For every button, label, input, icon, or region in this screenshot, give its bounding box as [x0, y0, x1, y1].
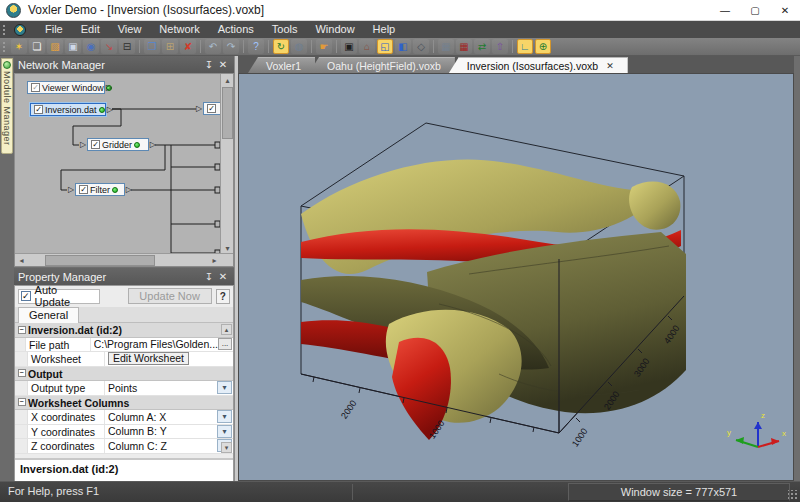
pin-icon[interactable]: ↧ [202, 59, 216, 70]
paste-icon[interactable]: ⊞ [162, 39, 178, 54]
dropdown-arrow-icon[interactable]: ▾ [217, 410, 232, 423]
collapse-toggle[interactable]: − [15, 396, 28, 410]
view-3d-icon[interactable]: ◧ [395, 39, 411, 54]
view-xy-icon[interactable]: ◱ [377, 39, 393, 54]
undo-icon[interactable]: ↶ [205, 39, 221, 54]
new-window-icon[interactable]: ❏ [29, 39, 45, 54]
auto-update-checkbox[interactable]: ✓ Auto Update [18, 289, 100, 304]
output-port-icon[interactable]: ▷ [126, 186, 132, 194]
output-port-icon[interactable]: ▷ [107, 106, 113, 114]
new-network-icon[interactable]: ✶ [11, 39, 27, 54]
network-vscrollbar[interactable]: ▴ ▾ [220, 74, 233, 255]
input-port-icon[interactable]: ▷ [196, 105, 202, 113]
delete-icon[interactable]: ✘ [180, 39, 196, 54]
tab-close-icon[interactable]: ✕ [606, 58, 614, 74]
close-button[interactable]: ✕ [770, 0, 800, 21]
node-checkbox[interactable]: ✓ [91, 140, 100, 149]
axes-icon[interactable]: ∟ [517, 39, 533, 54]
update-now-button[interactable]: Update Now [128, 288, 212, 304]
menu-view[interactable]: View [109, 21, 151, 38]
pin-icon[interactable]: ↧ [202, 271, 216, 282]
property-group-output[interactable]: −Output [15, 367, 233, 382]
grid-scroll-up-icon[interactable]: ▴ [221, 324, 232, 335]
redo-icon[interactable]: ↷ [223, 39, 239, 54]
menu-actions[interactable]: Actions [209, 21, 263, 38]
pan-icon[interactable]: ☛ [316, 39, 332, 54]
zoom-extents-icon[interactable]: ▣ [341, 39, 357, 54]
combine-grids-icon[interactable]: ▦ [438, 39, 454, 54]
menu-help[interactable]: Help [364, 21, 405, 38]
network-hscrollbar[interactable]: ◂ ▸ [15, 253, 234, 266]
dropdown-arrow-icon[interactable]: ▾ [217, 425, 232, 438]
update-network-icon[interactable]: ↻ [273, 39, 289, 54]
whats-this-help-icon[interactable]: ? [248, 39, 264, 54]
dropdown-arrow-icon[interactable]: ▾ [217, 381, 232, 394]
input-port-icon[interactable]: ▷ [68, 186, 74, 194]
property-help-button[interactable]: ? [216, 289, 230, 304]
open-icon[interactable]: ▨ [47, 39, 63, 54]
resize-grip[interactable] [788, 490, 798, 500]
module-library-icon[interactable]: ▦ [456, 39, 472, 54]
export-icon[interactable]: ↘ [101, 39, 117, 54]
menu-edit[interactable]: Edit [72, 21, 109, 38]
add-module-icon[interactable]: ⊕ [535, 39, 551, 54]
property-value[interactable]: Column A: X▾ [105, 410, 233, 424]
toolbar-grip[interactable] [2, 41, 7, 53]
node-checkbox[interactable]: ✓ [207, 104, 216, 113]
node-checkbox[interactable]: ✓ [79, 185, 88, 194]
edit-worksheet-button[interactable]: Edit Worksheet [108, 352, 189, 365]
property-manager-header[interactable]: Property Manager ↧ ✕ [14, 268, 234, 285]
property-value[interactable]: Edit Worksheet [105, 352, 233, 366]
promote-icon[interactable]: ⇧ [492, 39, 508, 54]
tab-inversion-isosurfaces-voxb[interactable]: Inversion (Isosurfaces).voxb✕ [449, 57, 628, 73]
output-port-icon[interactable]: ▷ [150, 141, 156, 149]
tab-general[interactable]: General [18, 307, 79, 323]
close-icon[interactable]: ✕ [216, 59, 230, 70]
wireframe-icon[interactable]: ◇ [413, 39, 429, 54]
scroll-right-icon[interactable]: ▸ [208, 254, 221, 267]
menu-grip[interactable] [2, 24, 7, 36]
property-group-worksheet-columns[interactable]: −Worksheet Columns [15, 396, 233, 411]
print-icon[interactable]: ⊟ [119, 39, 135, 54]
node-gridder[interactable]: ▷ ✓ Gridder ▷ [87, 138, 149, 151]
property-value[interactable]: Column C: Z▾ [105, 439, 233, 453]
property-value[interactable]: C:\Program Files\Golden...... [91, 338, 233, 352]
property-value[interactable]: Column B: Y▾ [105, 425, 233, 439]
property-value[interactable]: Points▾ [105, 381, 233, 395]
scroll-left-icon[interactable]: ◂ [15, 254, 28, 267]
title-bar[interactable]: Voxler Demo - [Inversion (Isosurfaces).v… [0, 0, 800, 21]
pause-updates-icon[interactable]: ◍ [291, 39, 307, 54]
copy-icon[interactable]: ❐ [144, 39, 160, 54]
browse-button[interactable]: ... [218, 338, 232, 350]
output-port-icon[interactable]: ▷ [106, 84, 112, 92]
tab-voxler1[interactable]: Voxler1 [248, 57, 315, 73]
menu-window[interactable]: Window [306, 21, 363, 38]
import-icon[interactable]: ◉ [83, 39, 99, 54]
menu-file[interactable]: File [36, 21, 72, 38]
recalculate-icon[interactable]: ⇄ [474, 39, 490, 54]
node-viewer-window[interactable]: ✓ Viewer Window ▷ [27, 81, 105, 94]
maximize-button[interactable]: ▢ [740, 0, 770, 21]
network-canvas[interactable]: ✓ Viewer Window ▷ ✓ Inversion.dat ▷ ▷ ✓ … [14, 73, 234, 267]
network-manager-header[interactable]: Network Manager ↧ ✕ [14, 56, 234, 73]
viewport-3d[interactable]: 2000 1000 1000 2000 3000 4000 z [238, 73, 794, 481]
scroll-up-icon[interactable]: ▴ [221, 74, 234, 87]
home-view-icon[interactable]: ⌂ [359, 39, 375, 54]
menu-network[interactable]: Network [150, 21, 208, 38]
module-manager-tab[interactable]: Module Manager [1, 58, 13, 154]
node-inversion-dat[interactable]: ✓ Inversion.dat ▷ [30, 103, 106, 116]
hscroll-thumb[interactable] [45, 255, 155, 266]
node-filter[interactable]: ▷ ✓ Filter ▷ [75, 183, 125, 196]
node-checkbox[interactable]: ✓ [34, 105, 43, 114]
node-checkbox[interactable]: ✓ [31, 83, 40, 92]
property-group-inversion-dat-id-2[interactable]: −Inversion.dat (id:2) [15, 323, 233, 338]
grid-scroll-down-icon[interactable]: ▾ [221, 442, 232, 453]
minimize-button[interactable]: — [710, 0, 740, 21]
vscroll-thumb[interactable] [222, 87, 233, 139]
tab-oahu-heightfield-voxb[interactable]: Oahu (HeightField).voxb [309, 57, 455, 73]
menu-tools[interactable]: Tools [263, 21, 307, 38]
input-port-icon[interactable]: ▷ [80, 141, 86, 149]
close-icon[interactable]: ✕ [216, 271, 230, 282]
save-icon[interactable]: ▣ [65, 39, 81, 54]
collapse-toggle[interactable]: − [15, 367, 28, 381]
